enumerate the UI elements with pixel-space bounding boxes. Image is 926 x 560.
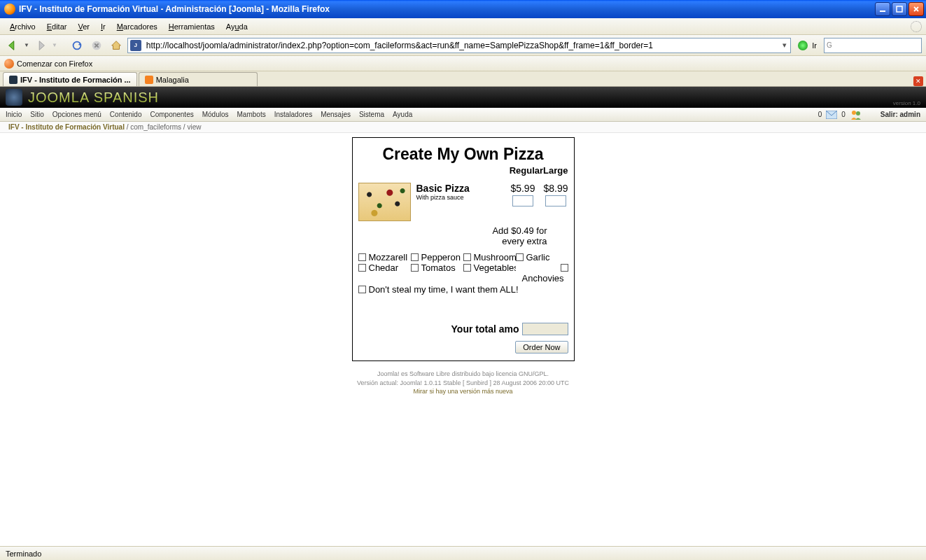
footer-text: Joomla! es Software Libre distribuido ba… — [352, 370, 575, 396]
checkbox-tomatos[interactable] — [411, 264, 419, 272]
joomla-brand: JOOMLA SPANISH — [28, 90, 159, 106]
toppings-grid: Mozzarell Pepperon Mushroom Garlic Cheda… — [358, 252, 568, 284]
logout-link[interactable]: Salir: admin — [881, 111, 920, 118]
topping-label: Vegetables — [474, 262, 516, 273]
go-button[interactable] — [798, 41, 808, 50]
user-count: 0 — [841, 111, 846, 118]
tab-label: IFV - Instituto de Formación ... — [20, 76, 131, 84]
jmenu-contenido[interactable]: Contenido — [110, 111, 142, 118]
breadcrumb-component: com_facileforms — [130, 123, 181, 131]
url-input[interactable] — [143, 41, 779, 50]
tab-favicon-icon — [145, 76, 153, 84]
all-toppings-label: Don't steal my time, I want them ALL! — [369, 284, 519, 295]
jmenu-opciones[interactable]: Opciones menú — [52, 111, 101, 118]
back-button[interactable] — [4, 37, 21, 54]
jmenu-sistema[interactable]: Sistema — [359, 111, 384, 118]
menu-archivo[interactable]: Archivo — [4, 20, 41, 33]
svg-rect-1 — [897, 6, 902, 12]
mail-count: 0 — [818, 111, 822, 118]
home-button[interactable] — [108, 37, 125, 54]
breadcrumb-root[interactable]: IFV - Instituto de Formación Virtual — [8, 123, 125, 131]
site-favicon-icon: J — [130, 40, 141, 51]
tab-active[interactable]: IFV - Instituto de Formación ... — [3, 72, 137, 86]
qty-regular-input[interactable] — [512, 195, 533, 206]
checkbox-all[interactable] — [358, 286, 366, 293]
topping-label: Anchovies — [522, 273, 564, 284]
footer-line2: Versión actual: Joomla! 1.0.11 Stable [ … — [352, 379, 575, 388]
firefox-icon — [4, 4, 15, 15]
svg-point-2 — [73, 41, 80, 49]
svg-rect-0 — [880, 10, 885, 12]
menu-ir[interactable]: Ir — [95, 20, 111, 33]
jmenu-sitio[interactable]: Sitio — [30, 111, 43, 118]
checkbox-chedar[interactable] — [358, 264, 366, 272]
search-input[interactable] — [834, 41, 904, 50]
size-large-label: Large — [543, 165, 568, 176]
users-icon[interactable] — [850, 110, 862, 120]
joomla-logo-icon — [6, 89, 22, 106]
menu-ver[interactable]: Ver — [72, 20, 95, 33]
jmenu-modulos[interactable]: Módulos — [202, 111, 229, 118]
joomla-version: version 1.0 — [893, 100, 920, 106]
reload-button[interactable] — [69, 37, 85, 54]
order-now-button[interactable]: Order Now — [515, 341, 568, 354]
url-bar: J ▾ — [127, 38, 791, 53]
topping-label: Tomatos — [421, 262, 456, 273]
content-area: Create My Own Pizza RegularLarge Basic P… — [0, 133, 926, 396]
menu-editar[interactable]: Editar — [41, 20, 73, 33]
jmenu-instaladores[interactable]: Instaladores — [274, 111, 312, 118]
menu-herramientas[interactable]: Herramientas — [163, 20, 220, 33]
jmenu-componentes[interactable]: Componentes — [150, 111, 193, 118]
breadcrumb: IFV - Instituto de Formación Virtual / c… — [0, 122, 926, 133]
minimize-button[interactable] — [875, 2, 890, 16]
topping-label: Mozzarell — [369, 252, 408, 262]
total-input — [522, 323, 568, 335]
total-label: Your total amo — [451, 323, 519, 335]
size-regular-label: Regular — [510, 165, 543, 176]
tab-inactive[interactable]: Malagalia — [139, 72, 258, 86]
mail-icon[interactable] — [826, 110, 837, 118]
bookmark-item[interactable]: Comenzar con Firefox — [17, 59, 92, 68]
jmenu-inicio[interactable]: Inicio — [6, 111, 22, 118]
joomla-header: JOOMLA SPANISH version 1.0 — [0, 87, 926, 108]
footer-line1: Joomla! es Software Libre distribuido ba… — [352, 370, 575, 379]
stop-button — [88, 37, 105, 54]
menu-ayuda[interactable]: Ayuda — [220, 20, 253, 33]
pizza-image — [358, 183, 411, 221]
checkbox-mushroom[interactable] — [463, 253, 471, 261]
firefox-menubar: Archivo Editar Ver Ir Marcadores Herrami… — [0, 18, 926, 35]
forward-button[interactable] — [32, 37, 49, 54]
checkbox-mozzarella[interactable] — [358, 253, 366, 261]
close-tab-button[interactable]: ✕ — [913, 76, 923, 86]
throbber-icon — [911, 21, 922, 32]
window-titlebar: IFV - Instituto de Formación Virtual - A… — [0, 0, 926, 18]
checkbox-pepperoni[interactable] — [411, 253, 419, 261]
back-dropdown[interactable]: ▼ — [24, 42, 29, 48]
checkbox-anchovies[interactable] — [561, 264, 568, 272]
tab-favicon-icon — [9, 76, 17, 84]
price-regular: $5.99 — [510, 183, 535, 194]
breadcrumb-view: view — [187, 123, 201, 131]
tab-label: Malagalia — [156, 76, 189, 84]
forward-dropdown[interactable]: ▼ — [52, 42, 57, 48]
jmenu-mambots[interactable]: Mambots — [237, 111, 266, 118]
jmenu-mensajes[interactable]: Mensajes — [321, 111, 351, 118]
url-dropdown[interactable]: ▾ — [779, 41, 790, 50]
footer-update-link[interactable]: Mirar si hay una versión más nueva — [352, 387, 575, 396]
topping-label: Garlic — [526, 252, 550, 262]
jmenu-ayuda[interactable]: Ayuda — [393, 111, 412, 118]
maximize-button[interactable] — [892, 2, 907, 16]
checkbox-garlic[interactable] — [516, 253, 524, 261]
pizza-form: Create My Own Pizza RegularLarge Basic P… — [352, 137, 575, 361]
search-box[interactable]: G — [824, 38, 922, 53]
topping-label: Chedar — [369, 262, 399, 273]
tabs-bar: IFV - Instituto de Formación ... Malagal… — [0, 71, 926, 87]
price-large: $8.99 — [543, 183, 568, 194]
qty-large-input[interactable] — [545, 195, 566, 206]
search-engine-icon[interactable]: G — [827, 41, 832, 49]
close-button[interactable] — [909, 2, 924, 16]
menu-marcadores[interactable]: Marcadores — [111, 20, 163, 33]
checkbox-vegetables[interactable] — [463, 264, 471, 272]
nav-toolbar: ▼ ▼ J ▾ Ir G — [0, 35, 926, 56]
joomla-menubar: Inicio Sitio Opciones menú Contenido Com… — [0, 108, 926, 122]
